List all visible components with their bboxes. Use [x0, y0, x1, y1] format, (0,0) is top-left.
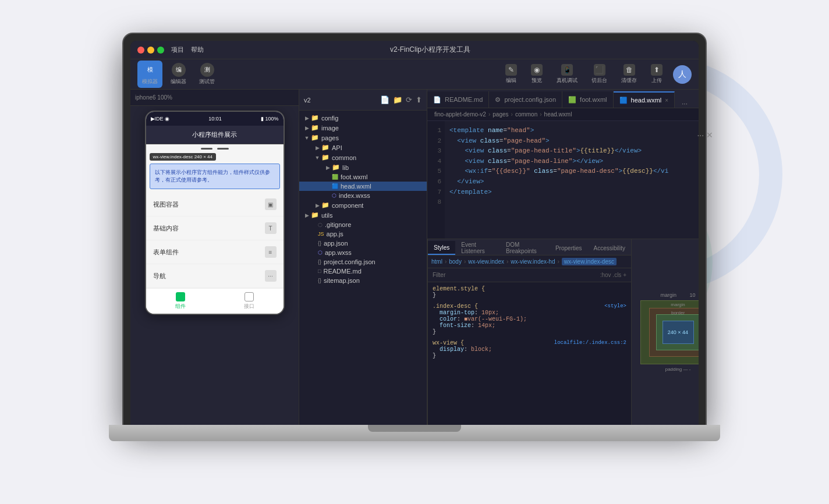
tree-arrow-lib: ▶: [324, 165, 332, 171]
laptop: 项目 帮助 v2-FinClip小程序开发工具 模 模拟器: [109, 34, 720, 470]
upload-action[interactable]: ⬆ 上传: [647, 62, 666, 87]
nav-item-label-1: 基础内容: [153, 224, 179, 233]
css-wx-view-source-link[interactable]: localfile:/.index.css:2: [554, 340, 626, 346]
bottom-nav-api[interactable]: 接口: [215, 289, 284, 314]
tree-item-foot-wxml[interactable]: 🟩 foot.wxml: [299, 172, 427, 182]
tree-item-app-json[interactable]: {} app.json: [299, 239, 427, 248]
nav-item-nav[interactable]: 导航 ···: [146, 264, 284, 288]
tree-item-label-config: config: [321, 115, 338, 122]
folder-icon-image: 📁: [311, 124, 319, 132]
css-prop-margin-top: margin-top: [440, 310, 474, 316]
menu-item-project[interactable]: 项目: [171, 45, 184, 54]
new-folder-icon[interactable]: 📁: [393, 95, 402, 104]
tree-item-component[interactable]: ▶ 📁 component: [299, 200, 427, 210]
css-block-index-desc: .index-desc { <style> margin-top: 10px; …: [428, 302, 631, 336]
close-button[interactable]: [137, 47, 144, 54]
styles-tab-event-listeners[interactable]: Event Listeners: [455, 241, 500, 255]
styles-tab-dom-breakpoints[interactable]: DOM Breakpoints: [500, 241, 550, 255]
styles-tab-accessibility[interactable]: Accessibility: [588, 241, 631, 255]
bottom-nav-component[interactable]: 组件: [146, 289, 215, 314]
test-icon: 测: [200, 63, 214, 77]
css-val-margin-top: 10px;: [481, 310, 499, 316]
device-label: iphone6 100%: [135, 94, 172, 101]
app-title: v2-FinClip小程序开发工具: [390, 45, 470, 55]
tree-item-head-wxml[interactable]: 🟦 head.wxml: [299, 182, 427, 191]
styles-filter-input[interactable]: [433, 272, 596, 278]
collapse-icon[interactable]: ⬆: [416, 95, 422, 104]
tree-item-index-wxss[interactable]: ⬡ index.wxss: [299, 191, 427, 200]
tree-item-label-app-js: app.js: [327, 230, 343, 237]
tree-item-readme[interactable]: □ README.md: [299, 267, 427, 276]
tree-item-utils[interactable]: ▶ 📁 utils: [299, 210, 427, 220]
tree-item-label-pages: pages: [321, 134, 339, 141]
refresh-icon[interactable]: ⟳: [406, 95, 412, 104]
tree-item-config[interactable]: ▶ 📁 config: [299, 113, 427, 123]
selector-body[interactable]: body: [449, 258, 462, 265]
tree-item-sitemap[interactable]: {} sitemap.json: [299, 276, 427, 285]
tree-item-image[interactable]: ▶ 📁 image: [299, 123, 427, 133]
tree-item-api[interactable]: ▶ 📁 API: [299, 143, 427, 152]
tree-item-app-wxss[interactable]: ⬡ app.wxss: [299, 248, 427, 257]
styles-tab-properties[interactable]: Properties: [550, 241, 588, 255]
maximize-button[interactable]: [157, 47, 164, 54]
user-avatar[interactable]: 人: [673, 65, 692, 84]
tab-project-icon: ⚙: [495, 96, 501, 104]
css-brace-close-1: }: [433, 329, 436, 335]
simulator-button[interactable]: 模 模拟器: [137, 61, 162, 88]
breadcrumb: fino-applet-demo-v2 › pages › common › h…: [427, 108, 699, 121]
status-right: ▮ 100%: [261, 116, 279, 122]
tab-readme[interactable]: 📄 README.md: [427, 91, 489, 108]
code-editor[interactable]: 1 2 3 4 5 6 7 8 <templ: [427, 121, 699, 239]
tree-arrow-image: ▶: [303, 125, 311, 131]
tree-item-label-image: image: [321, 125, 339, 132]
tab-close-head[interactable]: ×: [665, 97, 668, 104]
new-file-icon[interactable]: 📄: [380, 95, 389, 104]
clear-cache-action[interactable]: 🗑 清缓存: [618, 62, 640, 87]
nav-item-form[interactable]: 表单组件 ≡: [146, 240, 284, 264]
preview-icon: ◉: [531, 64, 543, 76]
selector-wx-view-index-desc[interactable]: wx-view.index-desc: [562, 258, 617, 265]
line-num-6: 6: [427, 177, 441, 187]
menu-item-help[interactable]: 帮助: [191, 45, 204, 54]
background-icon: ⬛: [594, 64, 605, 76]
tab-project-config[interactable]: ⚙ project.config.json: [489, 91, 562, 108]
nav-item-basic-content[interactable]: 基础内容 T: [146, 216, 284, 240]
nav-item-icon-1: T: [265, 222, 277, 234]
css-source-link[interactable]: <style>: [604, 303, 626, 310]
tree-item-label-app-json: app.json: [324, 240, 348, 247]
background-action[interactable]: ⬛ 切后台: [588, 62, 611, 87]
selector-wx-view-index-hd[interactable]: wx-view.index-hd: [511, 258, 555, 265]
tab-head-wxml[interactable]: 🟦 head.wxml ×: [614, 91, 675, 108]
tree-item-label-head-wxml: head.wxml: [341, 183, 371, 190]
editor-button[interactable]: 编 编辑器: [166, 61, 191, 88]
line-num-3: 3: [427, 146, 441, 157]
tree-arrow-common: ▼: [313, 155, 321, 161]
minimize-button[interactable]: [147, 47, 154, 54]
edit-action[interactable]: ✎ 编辑: [502, 62, 520, 87]
tree-item-app-js[interactable]: JS app.js: [299, 229, 427, 239]
tab-project-label: project.config.json: [504, 96, 556, 103]
laptop-notch: [368, 425, 461, 432]
tree-item-common[interactable]: ▼ 📁 common: [299, 152, 427, 162]
editor-label: 编辑器: [171, 78, 186, 86]
tab-more-button[interactable]: ···: [677, 100, 692, 108]
nav-item-view-container[interactable]: 视图容器 ▣: [146, 193, 284, 216]
tree-item-gitignore[interactable]: ◌ .gitignore: [299, 220, 427, 229]
selector-html[interactable]: html: [431, 258, 442, 265]
device-debug-action[interactable]: 📱 真机调试: [553, 62, 581, 87]
toolbar-right: ✎ 编辑 ◉ 预览 📱 真机调试 ⬛ 切后台: [502, 62, 692, 87]
styles-tab-styles[interactable]: Styles: [428, 241, 455, 255]
tab-foot-wxml[interactable]: 🟩 foot.wxml: [562, 91, 613, 108]
file-icon-gitignore: ◌: [318, 222, 323, 228]
tree-item-project-config[interactable]: {} project.config.json: [299, 257, 427, 267]
preview-action[interactable]: ◉ 预览: [527, 62, 546, 87]
selector-wx-view-index[interactable]: wx-view.index: [468, 258, 504, 265]
padding-val: -: [689, 367, 691, 372]
file-icon-foot-wxml: 🟩: [332, 174, 338, 180]
preview-label: 预览: [532, 77, 542, 84]
test-button[interactable]: 测 测试管: [194, 61, 219, 88]
phone-preview-area: ▶IDE ◉ 10:01 ▮ 100% 小程序组件展示 ··· ✕: [130, 106, 299, 425]
tree-item-label-gitignore: .gitignore: [325, 221, 351, 228]
tree-item-lib[interactable]: ▶ 📁 lib: [299, 162, 427, 172]
tree-item-pages[interactable]: ▼ 📁 pages: [299, 133, 427, 143]
